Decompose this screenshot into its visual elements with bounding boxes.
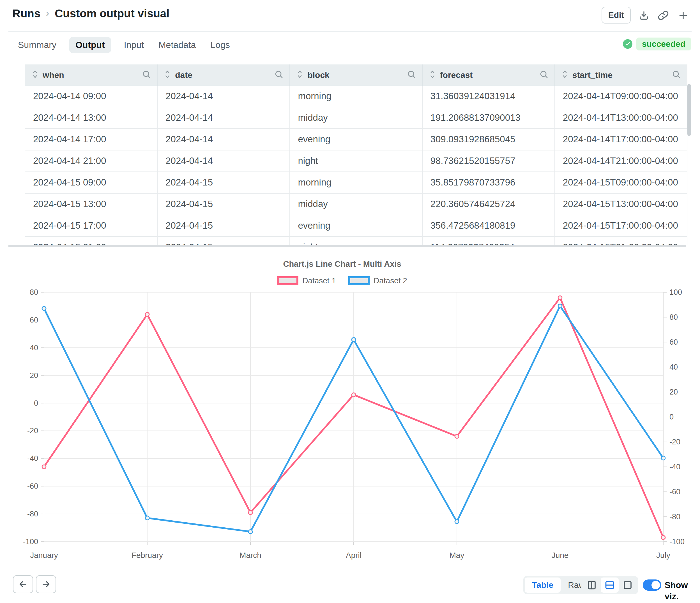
sort-icon[interactable] [296, 70, 303, 81]
table-cell: 2024-04-15 09:00 [25, 172, 158, 193]
table-cell: 2024-04-14T17:00:00-04:00 [555, 129, 688, 151]
tab-summary[interactable]: Summary [16, 37, 58, 53]
column-header-date[interactable]: date [158, 64, 290, 86]
sort-icon[interactable] [561, 70, 569, 81]
svg-text:60: 60 [670, 338, 678, 346]
next-page-button[interactable] [36, 575, 56, 593]
show-viz-toggle[interactable] [643, 579, 661, 591]
svg-text:July: July [656, 551, 670, 559]
svg-text:May: May [450, 551, 465, 559]
table-cell: 2024-04-15T21:00:00-04:00 [555, 237, 688, 245]
table-cell: 2024-04-15T09:00:00-04:00 [555, 172, 688, 193]
table-cell: 31.36039124031914 [423, 86, 555, 107]
table-cell: evening [290, 129, 422, 151]
run-output-page: Runs › Custom output visual Edit Summary… [0, 0, 700, 603]
column-label: block [307, 70, 403, 80]
svg-text:-20: -20 [670, 438, 680, 446]
column-header-forecast[interactable]: forecast [423, 64, 555, 86]
layout-switcher [581, 576, 638, 594]
table-cell: 114.0679097469254 [423, 237, 555, 245]
search-icon[interactable] [539, 70, 548, 81]
single-pane-icon[interactable] [619, 577, 636, 593]
svg-text:0: 0 [34, 399, 38, 408]
svg-text:20: 20 [30, 371, 38, 380]
table-cell: 191.20688137090013 [423, 107, 555, 129]
svg-text:60: 60 [30, 316, 38, 324]
svg-text:January: January [30, 551, 58, 559]
svg-text:-40: -40 [670, 463, 680, 471]
svg-text:-40: -40 [27, 454, 38, 463]
svg-text:40: 40 [30, 343, 38, 352]
table-cell: 35.85179870733796 [423, 172, 555, 193]
svg-text:-60: -60 [670, 488, 680, 496]
tab-input[interactable]: Input [122, 37, 146, 53]
svg-text:80: 80 [30, 288, 38, 296]
svg-text:20: 20 [670, 388, 678, 396]
run-status: succeeded [623, 37, 691, 50]
table-cell: 220.3605746425724 [423, 193, 555, 215]
table-cell: midday [290, 107, 422, 129]
sort-icon[interactable] [31, 70, 39, 81]
pane-divider[interactable] [8, 245, 686, 247]
chart-pane: Chart.js Line Chart - Multi Axis Dataset… [0, 247, 700, 572]
header-divider [8, 31, 692, 32]
table-cell: 2024-04-15T13:00:00-04:00 [555, 193, 688, 215]
svg-text:-80: -80 [27, 510, 38, 518]
table-cell: 2024-04-15 13:00 [25, 193, 158, 215]
column-header-block[interactable]: block [290, 64, 422, 86]
breadcrumb-current: Custom output visual [55, 7, 169, 20]
plus-icon[interactable] [676, 9, 690, 22]
svg-text:April: April [346, 551, 361, 559]
svg-text:-100: -100 [670, 538, 684, 546]
tab-output[interactable]: Output [69, 37, 111, 53]
column-header-when[interactable]: when [25, 64, 158, 86]
arrow-left-icon [18, 579, 28, 589]
table-cell: 2024-04-14 [158, 107, 290, 129]
table-cell: night [290, 151, 422, 172]
status-badge: succeeded [636, 37, 691, 50]
search-icon[interactable] [407, 70, 416, 81]
table-cell: 2024-04-14 [158, 151, 290, 172]
table-cell: 2024-04-14 [158, 129, 290, 151]
column-header-start_time[interactable]: start_time [555, 64, 688, 86]
split-rows-icon[interactable] [601, 577, 619, 593]
download-icon[interactable] [637, 9, 651, 22]
table-cell: 2024-04-14 17:00 [25, 129, 158, 151]
sort-icon[interactable] [164, 70, 171, 81]
table-mode-button[interactable]: Table [525, 577, 560, 593]
svg-text:40: 40 [670, 363, 678, 371]
table-cell: 98.73621520155757 [423, 151, 555, 172]
search-icon[interactable] [672, 70, 681, 81]
table-cell: 2024-04-14 09:00 [25, 86, 158, 107]
svg-text:March: March [240, 551, 261, 559]
table-cell: 2024-04-14 13:00 [25, 107, 158, 129]
tab-logs[interactable]: Logs [209, 37, 231, 53]
edit-button[interactable]: Edit [602, 7, 631, 24]
split-columns-icon[interactable] [583, 577, 601, 593]
sort-icon[interactable] [429, 70, 436, 81]
table-cell: 2024-04-14T09:00:00-04:00 [555, 86, 688, 107]
column-label: date [175, 70, 270, 80]
chart-canvas[interactable]: JanuaryFebruaryMarchAprilMayJuneJuly8060… [0, 247, 700, 572]
svg-text:February: February [131, 551, 163, 559]
table-cell: 2024-04-15 [158, 215, 290, 237]
svg-text:-100: -100 [23, 538, 38, 546]
search-icon[interactable] [274, 70, 283, 81]
svg-text:-60: -60 [27, 482, 38, 490]
table-scrollbar[interactable] [688, 84, 691, 136]
prev-page-button[interactable] [13, 575, 33, 593]
table-cell: morning [290, 172, 422, 193]
table-cell: midday [290, 193, 422, 215]
table-cell: 2024-04-14T13:00:00-04:00 [555, 107, 688, 129]
output-table: whendateblockforecaststart_time2024-04-1… [25, 64, 688, 245]
show-viz-label: Show viz. [665, 580, 700, 602]
svg-text:June: June [552, 551, 569, 559]
breadcrumb-runs[interactable]: Runs [12, 7, 41, 20]
table-cell: 2024-04-14 21:00 [25, 151, 158, 172]
table-cell: 309.0931928685045 [423, 129, 555, 151]
tab-metadata[interactable]: Metadata [157, 37, 197, 53]
link-icon[interactable] [656, 9, 670, 22]
arrow-right-icon [41, 579, 51, 589]
search-icon[interactable] [142, 70, 151, 81]
svg-text:100: 100 [670, 288, 682, 296]
